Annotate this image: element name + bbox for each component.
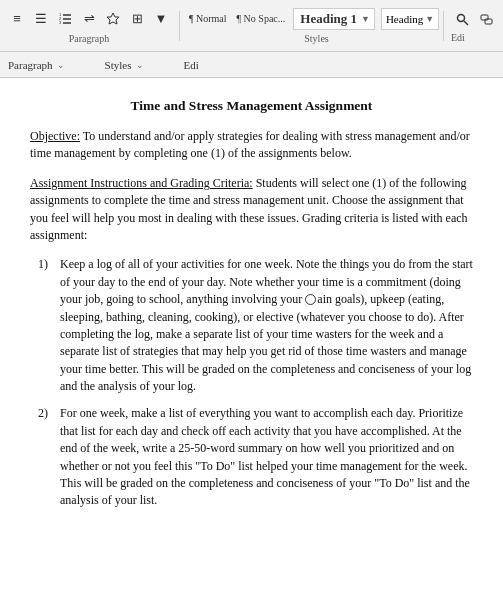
list-item-1: 1) Keep a log of all of your activities … [30,256,473,395]
divider-2 [443,11,444,41]
list-item-2: 2) For one week, make a list of everythi… [30,405,473,509]
heading1-label: Heading 1 [298,11,359,27]
indent-button[interactable]: ⇌ [78,8,100,30]
paragraph-section-label: Paragraph ⌄ [8,59,65,71]
assignment-text: Assignment Instructions and Grading Crit… [30,175,473,245]
objective-text: Objective: To understand and/or apply st… [30,128,473,163]
paragraph-label: Paragraph [6,33,172,44]
edit-icons [451,9,497,31]
heading-arrow: ▼ [425,14,434,24]
item2-content: For one week, make a list of everything … [60,405,473,509]
svg-marker-6 [107,13,119,24]
paragraph-expand-icon[interactable]: ⌄ [57,60,65,70]
edit-section-label: Edi [184,59,199,71]
objective-body: To understand and/or apply strategies fo… [30,129,470,160]
section-label-bar: Paragraph ⌄ Styles ⌄ Edi [0,52,503,78]
more-button[interactable]: ▼ [150,8,172,30]
item1-content: Keep a log of all of your activities for… [60,256,473,395]
edit-section: Edi [451,9,497,43]
find-button[interactable] [451,9,473,31]
heading-label: Heading [386,13,423,25]
radio-icon [305,294,316,305]
paragraph-icons: ≡ ☰ 1 2 3 ⇌ ⊞ ▼ [6,8,172,30]
item2-number: 2) [38,405,56,509]
assignment-label: Assignment Instructions and Grading Crit… [30,176,253,190]
svg-text:3: 3 [59,20,62,25]
document-title: Time and Stress Management Assignment [30,98,473,114]
svg-point-7 [457,15,464,22]
normal-style[interactable]: ¶ Normal [187,13,229,24]
styles-expand-icon[interactable]: ⌄ [136,60,144,70]
brush-button[interactable] [102,8,124,30]
assignment-section: Assignment Instructions and Grading Crit… [30,175,473,245]
heading1-dropdown[interactable]: Heading 1 ▼ [293,8,375,30]
document-page: Time and Stress Management Assignment Ob… [0,78,503,578]
document-container: Time and Stress Management Assignment Ob… [0,78,503,600]
replace-button[interactable] [475,9,497,31]
align-left-button[interactable]: ≡ [6,8,28,30]
heading1-arrow: ▼ [361,14,370,24]
item1-number: 1) [38,256,56,395]
styles-section: ¶ Normal ¶ No Spac... Heading 1 ▼ Headin… [187,8,436,44]
svg-line-8 [464,21,468,25]
no-spacing-style[interactable]: ¶ No Spac... [235,13,288,24]
table-button[interactable]: ⊞ [126,8,148,30]
styles-top: ¶ Normal ¶ No Spac... Heading 1 ▼ Headin… [187,8,436,30]
divider-1 [179,11,180,41]
toolbar: ≡ ☰ 1 2 3 ⇌ ⊞ ▼ Paragraph [0,0,503,52]
list-ordered-button[interactable]: 1 2 3 [54,8,76,30]
objective-label: Objective: [30,129,80,143]
styles-label: Styles [197,33,436,44]
align-center-button[interactable]: ☰ [30,8,52,30]
heading-dropdown[interactable]: Heading ▼ [381,8,439,30]
edit-label: Edi [451,32,465,43]
objective-section: Objective: To understand and/or apply st… [30,128,473,163]
paragraph-section: ≡ ☰ 1 2 3 ⇌ ⊞ ▼ Paragraph [6,8,172,44]
styles-section-label: Styles ⌄ [105,59,144,71]
